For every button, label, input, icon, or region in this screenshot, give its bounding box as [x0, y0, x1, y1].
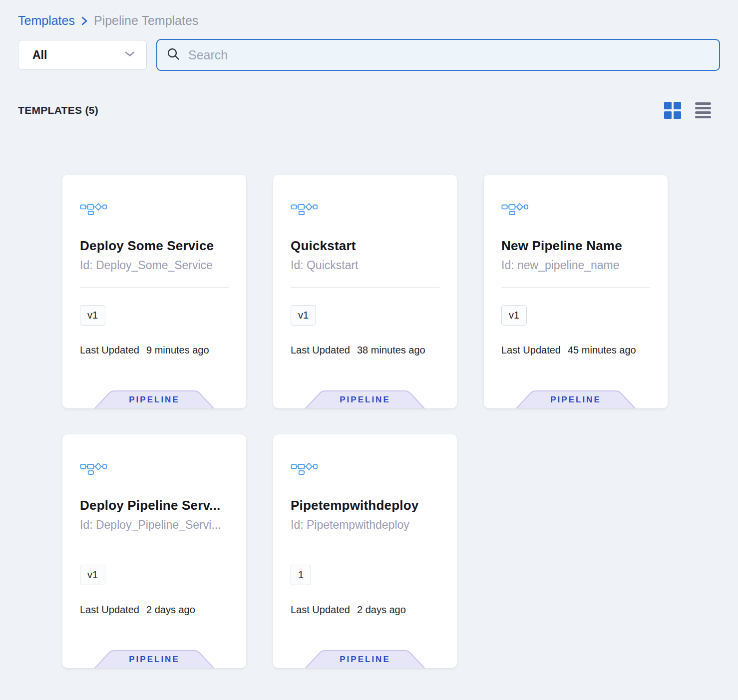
template-title: New Pipeline Name: [501, 238, 650, 254]
template-card[interactable]: Quickstart Id: Quickstart v1 Last Update…: [273, 175, 457, 408]
template-title: Deploy Pipeline Serv...: [80, 498, 229, 513]
pipeline-type-label: PIPELINE: [516, 391, 636, 408]
pipeline-template-icon: [80, 460, 107, 475]
last-updated-label: Last Updated: [501, 345, 561, 356]
version-badge: v1: [80, 565, 105, 585]
card-divider: [80, 547, 229, 547]
last-updated-row: Last Updated 2 days ago: [80, 604, 229, 616]
filter-row: All: [18, 39, 720, 71]
template-id: Id: Pipetempwithdeploy: [291, 518, 439, 532]
last-updated-value: 45 minutes ago: [568, 345, 636, 356]
top-bar: Templates Pipeline Templates All: [0, 0, 738, 71]
pipeline-template-icon: [291, 460, 318, 475]
search-icon: [166, 47, 180, 63]
last-updated-label: Last Updated: [291, 604, 350, 616]
card-divider: [80, 287, 229, 288]
last-updated-row: Last Updated 45 minutes ago: [501, 345, 650, 356]
pipeline-template-icon: [501, 201, 528, 216]
card-divider: [291, 287, 439, 288]
last-updated-row: Last Updated 38 minutes ago: [291, 345, 439, 356]
pipeline-type-label: PIPELINE: [305, 651, 425, 668]
last-updated-value: 2 days ago: [357, 604, 406, 616]
template-id: Id: Quickstart: [291, 259, 439, 272]
template-card[interactable]: Pipetempwithdeploy Id: Pipetempwithdeplo…: [273, 434, 457, 668]
pipeline-type-ribbon: PIPELINE: [94, 649, 214, 668]
templates-grid: Deploy Some Service Id: Deploy_Some_Serv…: [62, 175, 668, 668]
template-title: Quickstart: [291, 238, 439, 254]
template-id: Id: Deploy_Some_Service: [80, 259, 229, 272]
pipeline-template-icon: [291, 201, 318, 216]
pipeline-type-label: PIPELINE: [94, 651, 214, 668]
template-id: Id: Deploy_Pipeline_Servi...: [80, 518, 229, 532]
pipeline-type-ribbon: PIPELINE: [305, 389, 425, 408]
version-badge: v1: [291, 305, 316, 326]
search-box[interactable]: [156, 39, 720, 71]
pipeline-type-ribbon: PIPELINE: [94, 389, 214, 408]
search-input[interactable]: [188, 48, 710, 62]
grid-view-icon[interactable]: [664, 102, 681, 119]
breadcrumb-current-page: Pipeline Templates: [94, 13, 198, 28]
last-updated-label: Last Updated: [80, 345, 139, 356]
template-id: Id: new_pipeline_name: [501, 259, 650, 272]
pipeline-type-ribbon: PIPELINE: [516, 389, 636, 408]
breadcrumb-templates-link[interactable]: Templates: [18, 13, 75, 28]
chevron-right-icon: [81, 15, 88, 26]
pipeline-type-label: PIPELINE: [305, 391, 425, 408]
last-updated-row: Last Updated 2 days ago: [291, 604, 439, 616]
card-divider: [291, 547, 439, 547]
version-badge: 1: [291, 565, 311, 585]
template-card[interactable]: Deploy Some Service Id: Deploy_Some_Serv…: [62, 175, 246, 408]
scope-dropdown-value: All: [32, 48, 47, 62]
template-card[interactable]: Deploy Pipeline Serv... Id: Deploy_Pipel…: [62, 434, 246, 668]
template-title: Deploy Some Service: [80, 238, 229, 254]
last-updated-label: Last Updated: [80, 604, 139, 616]
list-view-icon[interactable]: [695, 102, 711, 118]
last-updated-row: Last Updated 9 minutes ago: [80, 345, 229, 356]
pipeline-type-label: PIPELINE: [94, 391, 214, 408]
template-title: Pipetempwithdeploy: [291, 498, 439, 513]
section-header: TEMPLATES (5): [0, 102, 738, 119]
last-updated-label: Last Updated: [291, 345, 350, 356]
view-toggle: [664, 102, 711, 119]
last-updated-value: 9 minutes ago: [146, 345, 209, 356]
breadcrumb: Templates Pipeline Templates: [18, 13, 720, 28]
pipeline-type-ribbon: PIPELINE: [305, 649, 425, 668]
pipeline-template-icon: [80, 201, 107, 216]
last-updated-value: 2 days ago: [146, 604, 195, 616]
last-updated-value: 38 minutes ago: [357, 345, 425, 356]
version-badge: v1: [80, 305, 105, 326]
version-badge: v1: [501, 305, 527, 326]
card-divider: [501, 287, 650, 288]
chevron-down-icon: [124, 50, 135, 59]
section-title: TEMPLATES (5): [18, 104, 98, 116]
scope-dropdown[interactable]: All: [18, 40, 147, 70]
template-card[interactable]: New Pipeline Name Id: new_pipeline_name …: [484, 175, 668, 408]
